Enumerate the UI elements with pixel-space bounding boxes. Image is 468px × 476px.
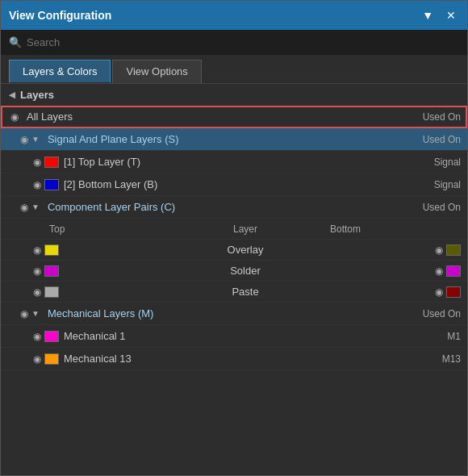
eye-icon-bottom-layer[interactable]: ◉ bbox=[30, 179, 44, 190]
content-area: ◀ Layers ◉ All Layers Used On ◉ ▼ Signal… bbox=[1, 84, 467, 475]
title-bar: View Configuration ▼ ✕ bbox=[1, 1, 467, 30]
mech13-name: Mechanical 13 bbox=[64, 353, 436, 365]
eye-icon-all-layers[interactable]: ◉ bbox=[7, 111, 22, 123]
tab-layers-colors[interactable]: Layers & Colors bbox=[9, 60, 111, 83]
eye-icon-overlay-bottom[interactable]: ◉ bbox=[432, 244, 446, 256]
layers-panel: ◀ Layers ◉ All Layers Used On ◉ ▼ Signal… bbox=[1, 84, 467, 475]
overlay-top-swatch[interactable] bbox=[44, 244, 59, 256]
signal-plane-used-on: Used On bbox=[423, 134, 461, 145]
tabs-bar: Layers & Colors View Options bbox=[1, 55, 467, 84]
bottom-layer-row[interactable]: ◉ [2] Bottom Layer (B) Signal bbox=[1, 173, 467, 196]
overlay-label: Overlay bbox=[59, 244, 432, 256]
expand-signal-icon[interactable]: ▼ bbox=[31, 135, 40, 144]
view-configuration-window: View Configuration ▼ ✕ 🔍 Layers & Colors… bbox=[0, 0, 468, 476]
top-layer-row[interactable]: ◉ [1] Top Layer (T) Signal bbox=[1, 151, 467, 173]
paste-row[interactable]: ◉ Paste ◉ bbox=[1, 282, 467, 303]
expand-component-icon[interactable]: ▼ bbox=[31, 203, 40, 211]
mech13-used-on: M13 bbox=[442, 353, 461, 365]
eye-icon-overlay-top[interactable]: ◉ bbox=[30, 244, 44, 256]
search-icon: 🔍 bbox=[9, 36, 22, 48]
comp-layer-label: Layer bbox=[180, 223, 311, 235]
component-layer-used-on: Used On bbox=[423, 202, 461, 213]
mechanical-layers-used-on: Used On bbox=[423, 308, 461, 319]
overlay-row[interactable]: ◉ Overlay ◉ bbox=[1, 240, 467, 261]
comp-columns-header: ◉ Top Layer ◉ Bottom bbox=[1, 219, 467, 240]
paste-label: Paste bbox=[59, 286, 432, 298]
eye-icon-paste-top[interactable]: ◉ bbox=[30, 286, 44, 298]
all-layers-name: All Layers bbox=[27, 111, 416, 123]
eye-icon-solder-top[interactable]: ◉ bbox=[30, 265, 44, 277]
eye-icon-paste-bottom[interactable]: ◉ bbox=[432, 286, 446, 298]
search-bar: 🔍 bbox=[1, 30, 467, 55]
mech1-row[interactable]: ◉ Mechanical 1 M1 bbox=[1, 325, 467, 348]
solder-row[interactable]: ◉ Solder ◉ bbox=[1, 261, 467, 282]
component-layer-name: Component Layer Pairs (C) bbox=[48, 201, 416, 213]
collapse-triangle-icon: ◀ bbox=[9, 90, 15, 99]
solder-label: Solder bbox=[59, 265, 432, 277]
tab-view-options[interactable]: View Options bbox=[112, 60, 201, 83]
eye-icon-mech13[interactable]: ◉ bbox=[30, 353, 44, 365]
layers-section-label: Layers bbox=[20, 89, 54, 101]
window-title: View Configuration bbox=[9, 9, 111, 22]
top-layer-swatch[interactable] bbox=[44, 157, 59, 168]
top-layer-name: [1] Top Layer (T) bbox=[64, 156, 428, 168]
overlay-bottom-swatch[interactable] bbox=[446, 244, 461, 256]
expand-mechanical-icon[interactable]: ▼ bbox=[31, 309, 40, 318]
top-layer-used-on: Signal bbox=[434, 157, 461, 168]
comp-top-label: Top bbox=[44, 223, 180, 235]
component-layer-row[interactable]: ◉ ▼ Component Layer Pairs (C) Used On bbox=[1, 196, 467, 219]
bottom-layer-swatch[interactable] bbox=[44, 179, 59, 190]
paste-top-swatch[interactable] bbox=[44, 286, 59, 298]
solder-top-swatch[interactable] bbox=[44, 265, 59, 277]
signal-plane-name: Signal And Plane Layers (S) bbox=[48, 133, 416, 145]
comp-bottom-label: Bottom bbox=[325, 223, 461, 235]
title-bar-controls: ▼ ✕ bbox=[419, 7, 459, 23]
mechanical-layers-name: Mechanical Layers (M) bbox=[48, 307, 416, 319]
all-layers-used-on: Used On bbox=[423, 111, 461, 123]
solder-bottom-swatch[interactable] bbox=[446, 265, 461, 277]
mech13-row[interactable]: ◉ Mechanical 13 M13 bbox=[1, 348, 467, 370]
bottom-layer-name: [2] Bottom Layer (B) bbox=[64, 178, 428, 190]
eye-icon-top-layer[interactable]: ◉ bbox=[30, 157, 44, 168]
eye-icon-mechanical[interactable]: ◉ bbox=[17, 308, 31, 319]
eye-icon-solder-bottom[interactable]: ◉ bbox=[432, 265, 446, 277]
layers-section-header: ◀ Layers bbox=[1, 84, 467, 106]
search-input[interactable] bbox=[27, 36, 459, 48]
all-layers-row[interactable]: ◉ All Layers Used On bbox=[1, 106, 467, 128]
bottom-layer-used-on: Signal bbox=[434, 179, 461, 190]
eye-icon-signal[interactable]: ◉ bbox=[17, 134, 31, 145]
eye-icon-mech1[interactable]: ◉ bbox=[30, 331, 44, 342]
expand-button[interactable]: ▼ bbox=[419, 7, 437, 23]
mech1-name: Mechanical 1 bbox=[64, 330, 441, 342]
paste-bottom-swatch[interactable] bbox=[446, 286, 461, 298]
eye-icon-component[interactable]: ◉ bbox=[17, 202, 31, 213]
mech1-swatch[interactable] bbox=[44, 331, 59, 342]
mech1-used-on: M1 bbox=[447, 331, 461, 342]
mechanical-layers-row[interactable]: ◉ ▼ Mechanical Layers (M) Used On bbox=[1, 303, 467, 325]
close-button[interactable]: ✕ bbox=[443, 7, 459, 23]
mech13-swatch[interactable] bbox=[44, 353, 59, 365]
signal-plane-row[interactable]: ◉ ▼ Signal And Plane Layers (S) Used On bbox=[1, 128, 467, 151]
